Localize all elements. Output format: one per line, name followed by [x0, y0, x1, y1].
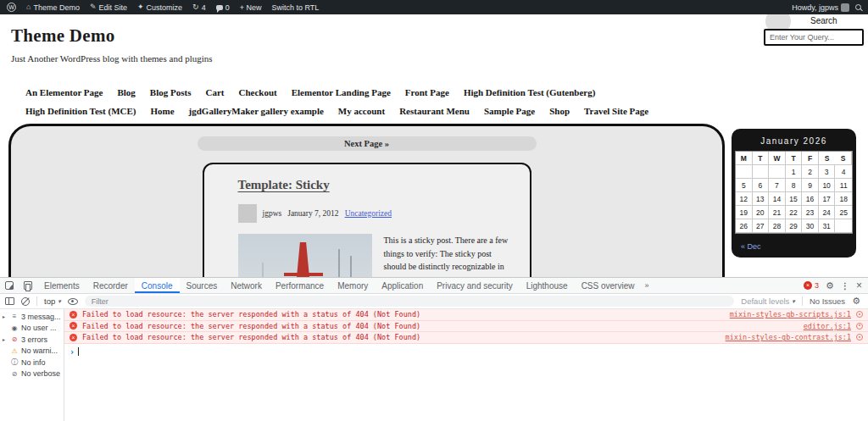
- error-count-badge[interactable]: × 3: [804, 281, 819, 290]
- nav-item[interactable]: Home: [150, 106, 175, 116]
- comments-count: 0: [225, 3, 230, 12]
- nav-item[interactable]: Sample Page: [484, 106, 537, 116]
- console-prompt[interactable]: ›: [64, 344, 868, 360]
- more-tabs-icon[interactable]: »: [641, 278, 652, 293]
- search-icon[interactable]: [855, 4, 861, 10]
- post-category-link[interactable]: Uncategorized: [345, 209, 392, 218]
- nav-item[interactable]: Restaurant Menu: [399, 106, 471, 116]
- explain-error-icon[interactable]: [856, 334, 863, 341]
- site-search-input[interactable]: [764, 29, 864, 46]
- admin-bar-comments[interactable]: 0: [216, 3, 230, 12]
- tab-recorder[interactable]: Recorder: [86, 278, 135, 293]
- explain-error-icon[interactable]: [856, 311, 863, 318]
- devtools-settings-icon[interactable]: ⚙: [826, 280, 834, 291]
- devtools-tabbar-right: × 3 ⚙ ⋮ ×: [804, 278, 868, 293]
- nav-item[interactable]: Cart: [205, 87, 225, 97]
- post-title[interactable]: Template: Sticky: [238, 178, 513, 192]
- warnings-icon: ⚠: [10, 347, 19, 355]
- post-author[interactable]: jgpws: [263, 209, 282, 218]
- admin-bar-switch-rtl[interactable]: Switch to RTL: [271, 3, 319, 12]
- admin-bar-customize[interactable]: ✦ Customize: [137, 3, 182, 12]
- console-source-link[interactable]: mixin-styles-gb-scripts.js:1: [730, 310, 851, 319]
- tab-performance[interactable]: Performance: [269, 278, 331, 293]
- calendar-date: 31: [819, 219, 836, 233]
- sidebar-item-verbose[interactable]: ⊘ No verbose: [0, 368, 64, 380]
- tab-console[interactable]: Console: [135, 278, 180, 293]
- nav-item[interactable]: An Elementor Page: [25, 87, 104, 97]
- console-sidebar-toggle-icon[interactable]: [5, 297, 14, 305]
- wp-logo-menu[interactable]: W: [7, 3, 16, 12]
- tab-network[interactable]: Network: [224, 278, 269, 293]
- next-page-button[interactable]: Next Page »: [198, 136, 537, 151]
- devtools-menu-icon[interactable]: ⋮: [841, 281, 849, 291]
- calendar-date: 8: [786, 179, 803, 192]
- clear-console-icon[interactable]: [21, 297, 30, 306]
- live-expression-eye-icon[interactable]: [68, 298, 78, 305]
- calendar-date: 26: [736, 219, 753, 233]
- calendar-day-header: W: [769, 152, 786, 165]
- site-title[interactable]: Theme Demo: [11, 25, 868, 47]
- calendar-date: 24: [819, 206, 836, 219]
- inspect-element-button[interactable]: [0, 278, 19, 293]
- calendar-prev-month-link[interactable]: « Dec: [741, 242, 761, 251]
- calendar-day-header: T: [786, 152, 803, 165]
- calendar-date: 4: [835, 165, 852, 179]
- inspect-cursor-icon: [5, 281, 14, 290]
- tab-privacy-security[interactable]: Privacy and security: [430, 278, 519, 293]
- customize-icon: ✦: [137, 3, 144, 11]
- tab-lighthouse[interactable]: Lighthouse: [520, 278, 575, 293]
- nav-item[interactable]: Blog Posts: [150, 87, 193, 97]
- verbose-icon: ⊘: [10, 370, 19, 378]
- log-levels-dropdown[interactable]: Default levels ▾: [741, 296, 795, 306]
- nav-item[interactable]: Blog: [117, 87, 136, 97]
- sidebar-item-user-messages[interactable]: ◉ No user ...: [0, 323, 64, 335]
- console-prompt-icon: ›: [70, 347, 75, 357]
- devtools-tabbar: Elements Recorder Console Sources Networ…: [0, 278, 868, 294]
- admin-bar-my-account[interactable]: Howdy, jgpws: [792, 3, 849, 12]
- admin-bar-edit-site[interactable]: ✎ Edit Site: [90, 3, 127, 12]
- devtools-close-icon[interactable]: ×: [856, 280, 862, 291]
- post-meta: jgpws January 7, 2012 Uncategorized: [238, 204, 513, 223]
- device-toolbar-button[interactable]: [19, 278, 37, 293]
- tab-css-overview[interactable]: CSS overview: [575, 278, 642, 293]
- console-source-link[interactable]: mixin-styles-gb-contrast.js:1: [726, 333, 851, 341]
- sidebar-item-warnings[interactable]: ⚠ No warni...: [0, 346, 64, 357]
- nav-item[interactable]: Travel Site Page: [584, 106, 650, 116]
- console-error-row[interactable]: × Failed to load resource: the server re…: [64, 309, 868, 321]
- calendar-week-row: 12 13 14 15 16 17 18: [736, 192, 852, 206]
- sidebar-item-info[interactable]: ⓘ No info: [0, 357, 64, 368]
- calendar-date: 16: [802, 192, 819, 206]
- calendar-date: 29: [786, 219, 803, 233]
- user-avatar: [841, 3, 849, 12]
- nav-item[interactable]: Front Page: [405, 87, 451, 97]
- nav-item[interactable]: Shop: [549, 106, 571, 116]
- execution-context-selector[interactable]: top ▾: [44, 296, 61, 306]
- console-settings-icon[interactable]: ⚙: [852, 296, 860, 307]
- explain-error-icon[interactable]: [856, 323, 863, 330]
- tab-elements[interactable]: Elements: [37, 278, 86, 293]
- console-filter-input[interactable]: [85, 296, 735, 307]
- console-source-link[interactable]: editor.js:1: [804, 322, 851, 330]
- admin-bar-updates[interactable]: ↻ 4: [192, 3, 206, 12]
- tab-application[interactable]: Application: [375, 278, 430, 293]
- updates-icon: ↻: [192, 3, 199, 11]
- console-error-row[interactable]: × Failed to load resource: the server re…: [64, 321, 868, 333]
- sidebar-item-all-messages[interactable]: ▸ ≡ 3 messag...: [0, 311, 64, 323]
- nav-item[interactable]: High Definition Test (MCE): [25, 106, 137, 116]
- sidebar-item-errors[interactable]: ▸ ⊘ 3 errors: [0, 334, 64, 346]
- nav-item[interactable]: Elementor Landing Page: [292, 87, 392, 97]
- console-error-row[interactable]: × Failed to load resource: the server re…: [64, 332, 868, 344]
- admin-bar-site-name[interactable]: ⌂ Theme Demo: [26, 3, 80, 12]
- nav-item[interactable]: My account: [338, 106, 387, 116]
- nav-item[interactable]: Checkout: [238, 87, 278, 97]
- admin-bar-new[interactable]: + New: [240, 3, 262, 12]
- issues-counter[interactable]: No Issues: [810, 296, 845, 306]
- nav-item[interactable]: jgdGalleryMaker gallery example: [189, 106, 326, 116]
- tab-memory[interactable]: Memory: [331, 278, 375, 293]
- errors-icon: ⊘: [10, 335, 19, 343]
- nav-item[interactable]: High Definition Test (Gutenberg): [464, 87, 598, 97]
- tab-sources[interactable]: Sources: [180, 278, 225, 293]
- site-page: Theme Demo Just Another WordPress blog w…: [0, 14, 868, 285]
- sidebar-item-label: No info: [21, 358, 46, 367]
- calendar-day-header: S: [835, 152, 852, 165]
